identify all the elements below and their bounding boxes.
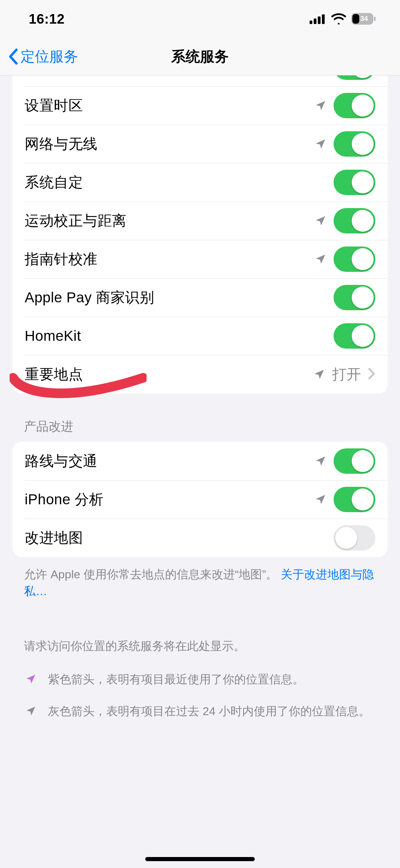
toggle-switch[interactable]: [334, 131, 375, 157]
toggle-switch[interactable]: [334, 208, 375, 233]
row-label: 重要地点: [25, 365, 306, 384]
chevron-right-icon: [368, 367, 375, 381]
svg-rect-1: [314, 19, 316, 24]
toggle-switch[interactable]: [334, 75, 375, 80]
row-label: 指南针校准: [25, 250, 308, 269]
toggle-switch[interactable]: [334, 246, 375, 272]
content-scroll[interactable]: 设置时区网络与无线系统自定运动校正与距离指南针校准Apple Pay 商家识别H…: [0, 75, 400, 868]
cellular-icon: [310, 14, 326, 24]
legend-purple-text: 紫色箭头，表明有项目最近使用了你的位置信息。: [48, 671, 376, 688]
settings-row: 设置时区: [12, 86, 388, 125]
settings-row: [12, 75, 388, 86]
settings-row: 网络与无线: [12, 125, 388, 163]
status-time: 16:12: [29, 11, 65, 27]
settings-row: 运动校正与距离: [12, 202, 388, 240]
location-arrow-icon: [314, 252, 327, 266]
location-arrow-icon: [314, 137, 327, 151]
legend-row-purple: 紫色箭头，表明有项目最近使用了你的位置信息。: [24, 671, 376, 688]
settings-group-system: 设置时区网络与无线系统自定运动校正与距离指南针校准Apple Pay 商家识别H…: [12, 75, 388, 394]
chevron-left-icon: [8, 48, 18, 65]
location-arrow-icon: [314, 493, 327, 506]
settings-row: 改进地图: [12, 519, 388, 557]
legend-row-gray: 灰色箭头，表明有项目在过去 24 小时内使用了你的位置信息。: [24, 703, 376, 720]
settings-row: Apple Pay 商家识别: [12, 278, 388, 317]
settings-row: HomeKit: [12, 317, 388, 355]
row-label: 设置时区: [25, 96, 308, 115]
location-arrow-icon: [24, 704, 38, 718]
row-label: HomeKit: [25, 328, 327, 344]
legend-intro: 请求访问你位置的系统服务将在此处显示。: [24, 638, 376, 654]
svg-rect-0: [310, 21, 312, 24]
svg-rect-3: [322, 14, 325, 24]
location-arrow-icon: [314, 454, 327, 468]
settings-row: 系统自定: [12, 163, 388, 202]
status-bar: 16:12 34: [0, 0, 400, 38]
location-legend: 请求访问你位置的系统服务将在此处显示。 紫色箭头，表明有项目最近使用了你的位置信…: [0, 638, 400, 720]
legend-gray-text: 灰色箭头，表明有项目在过去 24 小时内使用了你的位置信息。: [48, 703, 376, 720]
location-arrow-icon: [314, 214, 327, 228]
footer-note-improve-maps: 允许 Apple 使用你常去地点的信息来改进“地图”。 关于改进地图与隐私…: [0, 557, 400, 600]
back-label: 定位服务: [21, 47, 78, 66]
row-label: 系统自定: [25, 173, 327, 192]
page-title: 系统服务: [171, 47, 229, 66]
row-value: 打开: [332, 365, 361, 384]
row-label: 路线与交通: [25, 451, 308, 471]
row-label: 运动校正与距离: [25, 211, 308, 230]
svg-rect-2: [318, 16, 321, 24]
back-button[interactable]: 定位服务: [8, 47, 78, 66]
footer-text: 允许 Apple 使用你常去地点的信息来改进“地图”。: [24, 568, 278, 581]
location-arrow-icon: [314, 99, 327, 112]
settings-group-product-improvement: 路线与交通iPhone 分析改进地图: [12, 442, 388, 557]
wifi-icon: [331, 13, 347, 24]
row-label: 改进地图: [25, 528, 327, 547]
location-arrow-icon: [312, 367, 326, 381]
toggle-switch[interactable]: [334, 487, 375, 512]
toggle-switch[interactable]: [334, 323, 375, 349]
nav-bar: 定位服务 系统服务: [0, 38, 400, 75]
settings-row: 指南针校准: [12, 240, 388, 278]
toggle-switch[interactable]: [334, 170, 375, 195]
row-label: Apple Pay 商家识别: [25, 288, 327, 307]
settings-row[interactable]: 重要地点打开: [12, 355, 388, 394]
section-header-product-improvement: 产品改进: [0, 418, 400, 442]
svg-rect-7: [374, 17, 376, 21]
battery-percent-text: 34: [360, 15, 368, 22]
status-right-cluster: 34: [310, 13, 376, 25]
home-indicator[interactable]: [145, 857, 255, 861]
toggle-switch[interactable]: [334, 285, 375, 310]
settings-row: 路线与交通: [12, 442, 388, 480]
svg-rect-6: [352, 14, 359, 24]
location-arrow-icon: [24, 672, 38, 686]
toggle-switch[interactable]: [334, 448, 375, 474]
toggle-switch[interactable]: [334, 525, 375, 551]
row-label: iPhone 分析: [25, 490, 308, 509]
battery-icon: 34: [351, 13, 376, 25]
toggle-switch[interactable]: [334, 93, 375, 118]
row-label: 网络与无线: [25, 134, 308, 154]
settings-row: iPhone 分析: [12, 480, 388, 519]
